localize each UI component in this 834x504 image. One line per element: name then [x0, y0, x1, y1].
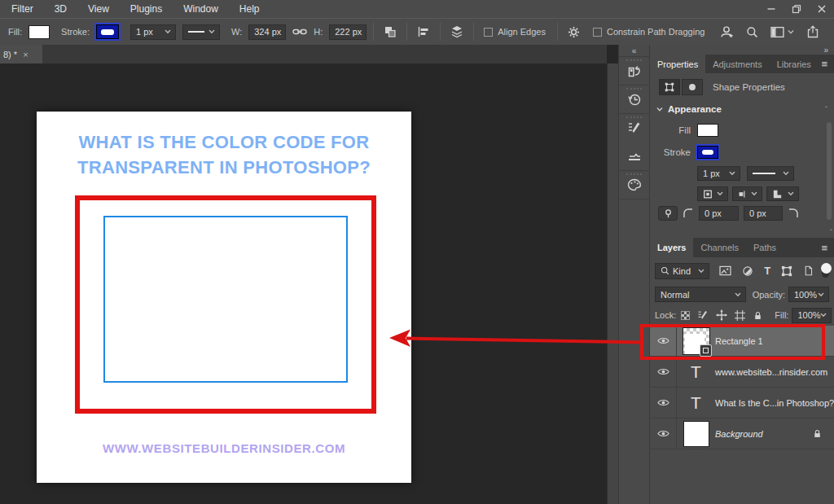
lock-transparent-pixels-icon[interactable] — [681, 311, 690, 320]
menu-window[interactable]: Window — [183, 3, 218, 15]
properties-scrollbar-thumb[interactable] — [827, 122, 832, 220]
menu-3d[interactable]: 3D — [55, 3, 67, 15]
layer-filtering-toggle[interactable] — [822, 264, 829, 278]
collapse-dock-arrows-right[interactable]: » — [650, 45, 834, 55]
brush-settings-panel-icon[interactable] — [619, 113, 649, 142]
lock-label: Lock: — [655, 310, 676, 320]
stroke-width-select[interactable]: 1 px — [697, 166, 740, 181]
panel-menu-icon[interactable]: ≡ — [821, 238, 834, 257]
share-icon[interactable] — [806, 25, 819, 38]
fill-swatch[interactable] — [697, 124, 718, 137]
workspace-switcher[interactable] — [770, 26, 794, 38]
tab-properties[interactable]: Properties — [650, 55, 705, 73]
snapshot-panel-icon[interactable] — [619, 56, 649, 85]
lock-row: Lock: Fill: 100% — [650, 308, 834, 322]
share-image-icon[interactable] — [720, 25, 734, 39]
gear-icon[interactable] — [568, 26, 580, 38]
lock-artboard-icon[interactable] — [735, 310, 745, 321]
align-edges-checkbox[interactable]: Align Edges — [484, 27, 546, 37]
layer-filter-row: Kind T — [650, 262, 834, 279]
filter-adjustment-layers-icon[interactable] — [742, 265, 753, 277]
close-icon[interactable] — [809, 0, 834, 17]
stroke-swatch[interactable] — [697, 146, 718, 159]
layer-row-background[interactable]: Background — [650, 419, 834, 449]
link-dimensions-icon[interactable] — [292, 27, 307, 37]
document-tab[interactable]: 8) * × — [0, 45, 42, 64]
path-arrangement-icon[interactable] — [450, 25, 463, 38]
height-input[interactable]: 222 px — [329, 24, 367, 40]
menu-view[interactable]: View — [88, 3, 109, 15]
stroke-style-select[interactable] — [182, 24, 220, 40]
canvas-scrollbar[interactable] — [607, 64, 618, 504]
menu-filter[interactable]: Filter — [11, 3, 33, 15]
appearance-section-header[interactable]: Appearance ˆ — [656, 104, 827, 114]
fill-swatch[interactable] — [29, 25, 50, 39]
stroke-width-select[interactable]: 1 px — [130, 24, 176, 40]
stroke-swatch[interactable] — [96, 24, 119, 39]
tab-libraries[interactable]: Libraries — [770, 55, 819, 73]
fill-input[interactable]: 100% — [792, 308, 832, 323]
constrain-path-dragging-checkbox[interactable]: Constrain Path Dragging — [593, 27, 705, 37]
link-radius-icon[interactable] — [658, 206, 678, 221]
mask-properties-icon[interactable] — [682, 79, 703, 95]
layer-thumbnail[interactable] — [677, 327, 715, 355]
panel-scroll-down-icon[interactable]: ˇ — [830, 228, 832, 236]
panel-menu-icon[interactable]: ≡ — [821, 55, 834, 73]
layers-panel-body: Kind T Normal Opacity: — [650, 257, 834, 449]
stroke-align-select[interactable] — [697, 186, 728, 201]
filter-kind-select[interactable]: Kind — [655, 263, 709, 279]
tab-close-icon[interactable]: × — [23, 50, 28, 59]
layer-row-rectangle-1[interactable]: Rectangle 1 — [650, 326, 834, 357]
layer-thumbnail[interactable]: T — [677, 362, 715, 382]
opacity-input[interactable]: 100% — [788, 287, 829, 302]
layer-thumbnail[interactable]: T — [677, 393, 715, 413]
search-icon[interactable] — [746, 26, 758, 38]
visibility-eye-icon[interactable] — [650, 388, 677, 418]
blend-mode-select[interactable]: Normal — [655, 287, 746, 302]
minimize-icon[interactable] — [758, 0, 784, 17]
tab-paths[interactable]: Paths — [746, 238, 784, 257]
path-operations-icon[interactable] — [384, 25, 397, 38]
transform-properties-icon[interactable] — [659, 79, 680, 95]
filter-type-layers-icon[interactable]: T — [764, 265, 770, 277]
stroke-style-select[interactable] — [747, 166, 794, 181]
menu-help[interactable]: Help — [239, 3, 260, 15]
stroke-cap-select[interactable] — [732, 186, 762, 201]
filter-smart-object-icon[interactable] — [803, 265, 814, 276]
visibility-eye-icon[interactable] — [650, 326, 677, 356]
canvas-pasteboard[interactable]: WHAT IS THE COLOR CODE FORTRANSPARENT IN… — [0, 64, 607, 504]
document-canvas[interactable]: WHAT IS THE COLOR CODE FORTRANSPARENT IN… — [37, 112, 411, 483]
stroke-join-select[interactable] — [766, 186, 799, 201]
visibility-eye-icon[interactable] — [650, 419, 677, 449]
layer-thumbnail[interactable] — [677, 421, 715, 447]
layer-name[interactable]: What Is the C...in Photoshop? — [715, 398, 834, 408]
path-alignment-icon[interactable] — [417, 26, 430, 37]
width-input[interactable]: 324 px — [248, 24, 286, 40]
color-palette-panel-icon[interactable] — [619, 170, 649, 199]
stroke-width-row: 1 px — [697, 166, 794, 181]
divider — [406, 23, 407, 41]
visibility-eye-icon[interactable] — [650, 357, 677, 387]
lock-image-pixels-icon[interactable] — [697, 309, 709, 321]
tab-layers[interactable]: Layers — [650, 238, 693, 257]
lock-position-icon[interactable] — [716, 309, 727, 321]
menu-plugins[interactable]: Plugins — [130, 3, 162, 15]
panel-scroll-up-icon[interactable]: ˆ — [825, 105, 827, 113]
radius-top-right-input[interactable]: 0 px — [744, 206, 783, 221]
filter-shape-layers-icon[interactable] — [781, 265, 792, 277]
stroke-row: Stroke — [650, 146, 718, 159]
restore-icon[interactable] — [784, 0, 809, 17]
layer-name[interactable]: Background — [715, 429, 763, 439]
layer-row-url-text[interactable]: T www.websiteb...rinsider.com — [650, 357, 834, 388]
brushes-panel-icon[interactable] — [619, 142, 649, 170]
filter-pixel-layers-icon[interactable] — [719, 265, 731, 276]
layer-row-heading-text[interactable]: T What Is the C...in Photoshop? — [650, 388, 834, 419]
layer-name[interactable]: Rectangle 1 — [715, 336, 763, 346]
lock-all-icon[interactable] — [753, 310, 763, 321]
layer-name[interactable]: www.websiteb...rinsider.com — [715, 367, 827, 377]
collapse-dock-arrows[interactable]: « — [619, 45, 649, 56]
history-panel-icon[interactable] — [619, 85, 649, 113]
tab-channels[interactable]: Channels — [693, 238, 745, 257]
tab-adjustments[interactable]: Adjustments — [705, 55, 770, 73]
radius-top-left-input[interactable]: 0 px — [699, 206, 739, 221]
